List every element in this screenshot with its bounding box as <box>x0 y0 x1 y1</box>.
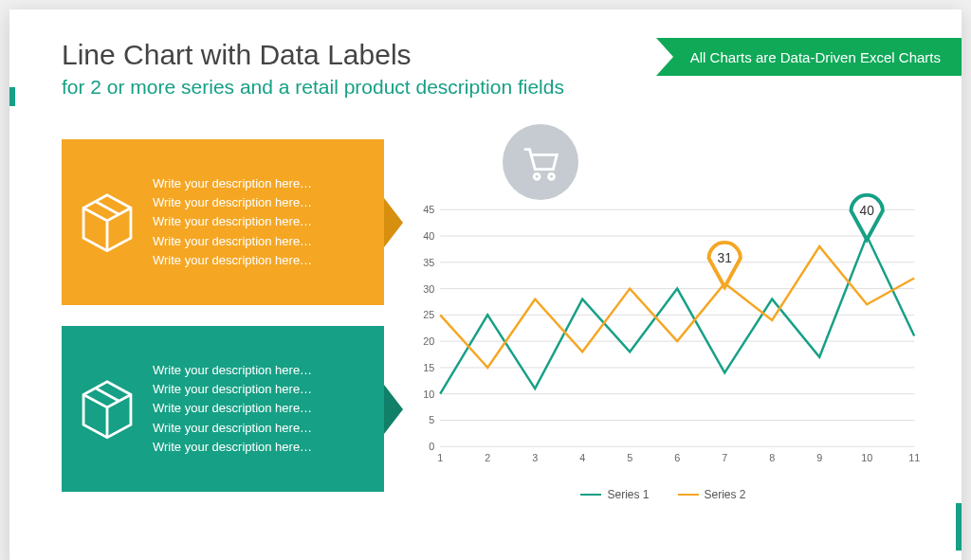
svg-text:8: 8 <box>769 452 775 463</box>
svg-text:9: 9 <box>816 452 822 463</box>
svg-point-0 <box>534 173 540 179</box>
svg-text:3: 3 <box>532 452 538 463</box>
page-title: Line Chart with Data Labels <box>62 38 564 72</box>
desc-line: Write your description here… <box>153 438 312 457</box>
legend-label: Series 1 <box>607 488 649 501</box>
legend-swatch <box>678 494 699 497</box>
svg-text:10: 10 <box>861 452 872 463</box>
svg-text:1: 1 <box>437 452 443 463</box>
description-card-1[interactable]: Write your description here… Write your … <box>62 139 384 305</box>
desc-line: Write your description here… <box>153 380 312 399</box>
box-icon <box>75 189 139 257</box>
box-icon <box>75 375 139 443</box>
svg-text:35: 35 <box>423 257 434 268</box>
legend-item-1: Series 1 <box>580 488 649 501</box>
description-text-1[interactable]: Write your description here… Write your … <box>153 174 312 270</box>
desc-line: Write your description here… <box>153 419 312 438</box>
svg-text:20: 20 <box>423 335 434 347</box>
svg-text:40: 40 <box>423 230 434 242</box>
legend-item-2: Series 2 <box>678 488 746 501</box>
desc-line: Write your description here… <box>153 232 312 251</box>
slide-container: Line Chart with Data Labels for 2 or mor… <box>9 9 962 560</box>
header-row: Line Chart with Data Labels for 2 or mor… <box>62 38 924 99</box>
desc-line: Write your description here… <box>153 193 312 212</box>
desc-line: Write your description here… <box>153 361 312 380</box>
svg-text:6: 6 <box>674 452 680 463</box>
ribbon-banner: All Charts are Data-Driven Excel Charts <box>656 38 962 76</box>
line-chart: 0510152025303540451234567891011 31 40 <box>403 151 924 482</box>
description-text-2[interactable]: Write your description here… Write your … <box>153 361 312 457</box>
svg-text:15: 15 <box>423 362 434 373</box>
svg-text:25: 25 <box>423 309 434 320</box>
desc-line: Write your description here… <box>153 174 312 193</box>
svg-text:2: 2 <box>485 452 490 463</box>
svg-text:30: 30 <box>423 283 434 295</box>
descriptions-column: Write your description here… Write your … <box>62 132 384 511</box>
svg-point-1 <box>549 173 555 179</box>
title-block: Line Chart with Data Labels for 2 or mor… <box>62 38 564 99</box>
svg-text:0: 0 <box>429 441 434 452</box>
chart-legend: Series 1 Series 2 <box>403 488 924 501</box>
legend-swatch <box>580 494 601 497</box>
desc-line: Write your description here… <box>153 251 312 270</box>
svg-text:45: 45 <box>423 204 434 215</box>
desc-line: Write your description here… <box>153 212 312 231</box>
svg-text:5: 5 <box>627 452 632 463</box>
svg-text:31: 31 <box>718 251 732 265</box>
legend-label: Series 2 <box>705 488 746 501</box>
cart-icon <box>503 124 578 200</box>
content-row: Write your description here… Write your … <box>62 132 924 511</box>
page-subtitle: for 2 or more series and a retail produc… <box>62 76 564 99</box>
chart-column: 0510152025303540451234567891011 31 40 Se… <box>403 132 924 511</box>
svg-text:7: 7 <box>722 452 727 463</box>
description-card-2[interactable]: Write your description here… Write your … <box>62 326 384 492</box>
svg-text:5: 5 <box>429 414 434 425</box>
svg-text:4: 4 <box>579 452 585 463</box>
svg-text:40: 40 <box>860 204 875 218</box>
accent-left <box>9 87 15 106</box>
desc-line: Write your description here… <box>153 399 312 418</box>
svg-text:10: 10 <box>423 388 434 400</box>
accent-right <box>956 503 962 551</box>
svg-text:11: 11 <box>908 452 920 463</box>
